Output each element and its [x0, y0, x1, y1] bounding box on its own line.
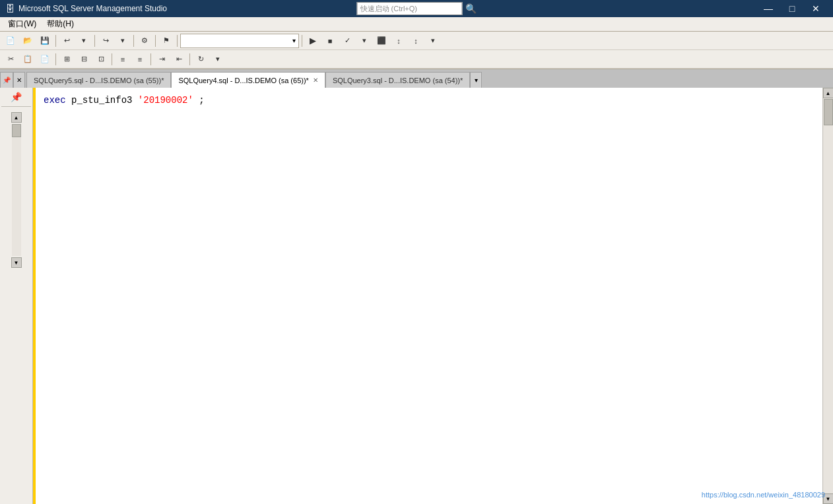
- parse-dropdown[interactable]: ▾: [356, 34, 372, 48]
- grid3-btn[interactable]: ⊡: [93, 52, 109, 67]
- menu-help[interactable]: 帮助(H): [42, 17, 79, 31]
- more-dropdown[interactable]: ▾: [425, 34, 441, 48]
- title-bar: 🗄 Microsoft SQL Server Management Studio…: [0, 0, 833, 17]
- refresh-dropdown[interactable]: ▾: [210, 52, 226, 67]
- sep5: [177, 35, 178, 47]
- semicolon: ;: [199, 95, 204, 106]
- stop-btn[interactable]: ■: [322, 34, 338, 48]
- toolbar-row-2: ✂ 📋 📄 ⊞ ⊟ ⊡ ≡ ≡ ⇥ ⇤ ↻ ▾: [0, 50, 833, 69]
- close-all-btn[interactable]: ✕: [13, 72, 25, 88]
- sep9: [150, 53, 151, 65]
- sep2: [94, 35, 95, 47]
- more3-btn[interactable]: ↕: [408, 34, 424, 48]
- toolbar-area: 📄 📂 💾 ↩ ▾ ↪ ▾ ⚙ ⚑ ▾ ▶ ■ ✓ ▾ ⬛ ↕ ↕ ▾ ✂ 📋 …: [0, 32, 833, 69]
- debug-btn[interactable]: ⚙: [137, 34, 152, 48]
- undo-dropdown[interactable]: ▾: [76, 34, 92, 48]
- tab-sqlquery3-label: SQLQuery3.sql - D...IS.DEMO (sa (54))*: [333, 77, 463, 84]
- code-line-1: exec p_stu_info3 '20190002' ;: [36, 93, 817, 108]
- sep8: [112, 53, 112, 65]
- pin-button[interactable]: 📌: [9, 90, 23, 104]
- minimize-button[interactable]: —: [756, 0, 780, 17]
- scroll-track: [12, 124, 21, 256]
- execute-btn[interactable]: ▶: [305, 34, 321, 48]
- undo-btn[interactable]: ↩: [59, 34, 75, 48]
- flag-btn[interactable]: ⚑: [158, 34, 174, 48]
- open-btn[interactable]: 📂: [20, 34, 36, 48]
- watermark: https://blog.csdn.net/weixin_48180029: [702, 491, 825, 499]
- menu-bar: 窗口(W) 帮助(H): [0, 17, 833, 32]
- tab-sqlquery5-label: SQLQuery5.sql - D...IS.DEMO (sa (55))*: [34, 77, 164, 84]
- grid2-btn[interactable]: ⊟: [76, 52, 92, 67]
- title-bar-left: 🗄 Microsoft SQL Server Management Studio: [5, 3, 167, 14]
- right-scrollbar: ▲ ▼: [822, 88, 833, 504]
- editor-container: exec p_stu_info3 '20190002' ;: [33, 88, 822, 504]
- paste-btn[interactable]: 📄: [37, 52, 53, 67]
- grid-btn[interactable]: ⊞: [59, 52, 75, 67]
- left-separator: [1, 106, 31, 107]
- outdent-btn[interactable]: ⇤: [171, 52, 187, 67]
- right-scroll-track: [823, 98, 833, 493]
- more1-btn[interactable]: ⬛: [374, 34, 389, 48]
- tab-sqlquery4-close[interactable]: ✕: [313, 77, 318, 84]
- left-panel: 📌 ▲ ▼: [0, 88, 33, 504]
- quick-search-box[interactable]: 快速启动 (Ctrl+Q): [357, 2, 463, 15]
- save-btn[interactable]: 💾: [37, 34, 53, 48]
- scroll-down-btn[interactable]: ▼: [11, 257, 22, 268]
- connection-dropdown[interactable]: ▾: [180, 34, 299, 48]
- cut-btn[interactable]: ✂: [3, 52, 18, 67]
- align-btn[interactable]: ≡: [115, 52, 131, 67]
- sep10: [189, 53, 190, 65]
- pin-tab-btn[interactable]: 📌: [0, 72, 13, 88]
- app-icon: 🗄: [5, 3, 15, 14]
- tab-overflow-btn[interactable]: ▾: [470, 72, 482, 88]
- proc-name: p_stu_info3: [71, 95, 132, 106]
- menu-window[interactable]: 窗口(W): [3, 17, 42, 31]
- scroll-thumb-left: [12, 124, 21, 137]
- redo-dropdown[interactable]: ▾: [115, 34, 131, 48]
- app-title: Microsoft SQL Server Management Studio: [18, 4, 167, 13]
- redo-btn[interactable]: ↪: [98, 34, 114, 48]
- toolbar-row-1: 📄 📂 💾 ↩ ▾ ↪ ▾ ⚙ ⚑ ▾ ▶ ■ ✓ ▾ ⬛ ↕ ↕ ▾: [0, 32, 833, 50]
- sep7: [55, 53, 56, 65]
- quick-search-text: 快速启动 (Ctrl+Q): [360, 4, 417, 14]
- tab-sqlquery4[interactable]: SQLQuery4.sql - D...IS.DEMO (sa (65))* ✕: [171, 72, 325, 88]
- main-area: 📌 ▲ ▼ exec p_stu_info3 '20190002' ; ▲ ▼: [0, 88, 833, 504]
- parse-btn[interactable]: ✓: [339, 34, 355, 48]
- new-query-btn[interactable]: 📄: [3, 34, 18, 48]
- window-controls: — □ ✕: [756, 0, 828, 17]
- sep6: [302, 35, 302, 47]
- indent-btn[interactable]: ⇥: [154, 52, 170, 67]
- scroll-right-up[interactable]: ▲: [823, 88, 834, 98]
- string-param: '20190002': [138, 95, 193, 106]
- sep3: [133, 35, 134, 47]
- tab-sqlquery4-label: SQLQuery4.sql - D...IS.DEMO (sa (65))*: [178, 77, 308, 84]
- sep1: [55, 35, 56, 47]
- tab-sqlquery3[interactable]: SQLQuery3.sql - D...IS.DEMO (sa (54))*: [325, 72, 470, 88]
- close-button[interactable]: ✕: [804, 0, 828, 17]
- quick-search-area: 快速启动 (Ctrl+Q) 🔍: [357, 2, 477, 15]
- align2-btn[interactable]: ≡: [132, 52, 148, 67]
- tab-sqlquery5[interactable]: SQLQuery5.sql - D...IS.DEMO (sa (55))*: [26, 72, 171, 88]
- right-scroll-thumb: [824, 99, 833, 125]
- vertical-scrollbar: ▲ ▼: [11, 112, 22, 268]
- copy-btn[interactable]: 📋: [20, 52, 36, 67]
- editor-area[interactable]: exec p_stu_info3 '20190002' ;: [33, 88, 822, 504]
- more2-btn[interactable]: ↕: [391, 34, 407, 48]
- search-icon[interactable]: 🔍: [465, 3, 477, 14]
- keyword-exec: exec: [44, 95, 66, 106]
- sep4: [155, 35, 156, 47]
- scroll-up-btn[interactable]: ▲: [11, 112, 22, 123]
- maximize-button[interactable]: □: [780, 0, 804, 17]
- refresh-btn[interactable]: ↻: [193, 52, 209, 67]
- line-indicator: [33, 88, 36, 504]
- tab-bar: 📌 ✕ SQLQuery5.sql - D...IS.DEMO (sa (55)…: [0, 69, 833, 88]
